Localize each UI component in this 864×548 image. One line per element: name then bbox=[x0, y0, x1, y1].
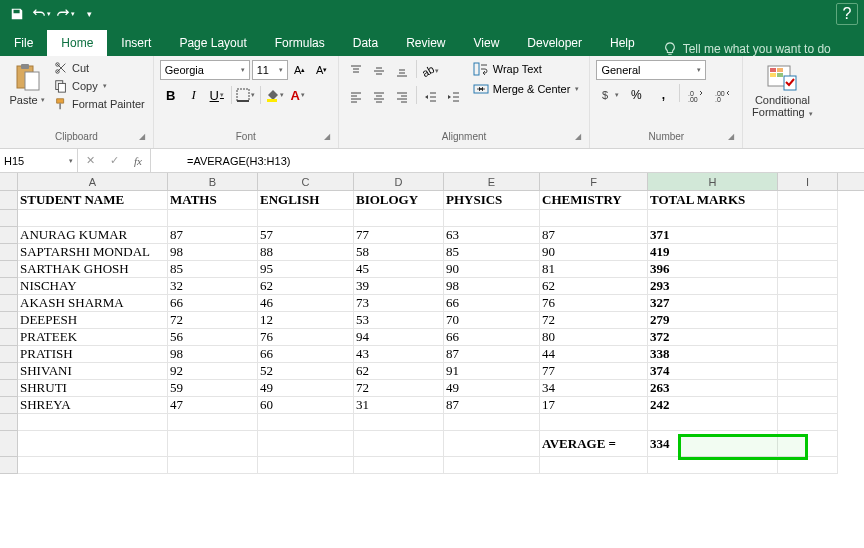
row-header[interactable] bbox=[0, 431, 18, 457]
cell[interactable] bbox=[258, 431, 354, 457]
cell[interactable]: 17 bbox=[540, 397, 648, 414]
cancel-formula-button[interactable]: ✕ bbox=[78, 154, 102, 167]
cell[interactable]: 88 bbox=[258, 244, 354, 261]
cell[interactable] bbox=[168, 431, 258, 457]
border-button[interactable]: ▾ bbox=[235, 84, 257, 106]
decrease-decimal-button[interactable]: .00.0 bbox=[710, 84, 736, 106]
cell[interactable]: 72 bbox=[540, 312, 648, 329]
cell[interactable]: SHREYA bbox=[18, 397, 168, 414]
cell[interactable]: 77 bbox=[354, 227, 444, 244]
cell[interactable]: 263 bbox=[648, 380, 778, 397]
row-header[interactable] bbox=[0, 397, 18, 414]
tab-help[interactable]: Help bbox=[596, 30, 649, 56]
cell[interactable]: 62 bbox=[258, 278, 354, 295]
cut-button[interactable]: Cut bbox=[52, 60, 147, 76]
cell[interactable]: 44 bbox=[540, 346, 648, 363]
cell[interactable]: 60 bbox=[258, 397, 354, 414]
cell[interactable]: SHIVANI bbox=[18, 363, 168, 380]
cell[interactable] bbox=[778, 431, 838, 457]
paste-button[interactable]: Paste▾ bbox=[6, 60, 48, 129]
cell[interactable]: 90 bbox=[540, 244, 648, 261]
align-left-button[interactable] bbox=[345, 86, 367, 108]
cell[interactable]: 53 bbox=[354, 312, 444, 329]
cell[interactable]: 66 bbox=[258, 346, 354, 363]
cell[interactable]: 59 bbox=[168, 380, 258, 397]
cell[interactable]: 242 bbox=[648, 397, 778, 414]
cell[interactable]: 91 bbox=[444, 363, 540, 380]
cell[interactable]: CHEMISTRY bbox=[540, 191, 648, 210]
cell[interactable] bbox=[168, 210, 258, 227]
cell[interactable]: 45 bbox=[354, 261, 444, 278]
cell[interactable]: 85 bbox=[168, 261, 258, 278]
cell[interactable]: 72 bbox=[168, 312, 258, 329]
insert-function-button[interactable]: fx bbox=[126, 155, 150, 167]
cell[interactable]: 63 bbox=[444, 227, 540, 244]
cell[interactable]: 76 bbox=[258, 329, 354, 346]
tab-formulas[interactable]: Formulas bbox=[261, 30, 339, 56]
cell[interactable]: 39 bbox=[354, 278, 444, 295]
row-header[interactable] bbox=[0, 329, 18, 346]
underline-button[interactable]: U▾ bbox=[206, 84, 228, 106]
cell[interactable] bbox=[18, 457, 168, 474]
font-size-dropdown[interactable]: 11▾ bbox=[252, 60, 288, 80]
cell[interactable] bbox=[444, 431, 540, 457]
select-all-corner[interactable] bbox=[0, 173, 18, 190]
tab-page-layout[interactable]: Page Layout bbox=[165, 30, 260, 56]
increase-font-button[interactable]: A▴ bbox=[290, 60, 310, 80]
orientation-button[interactable]: ab▾ bbox=[420, 60, 442, 82]
cell[interactable] bbox=[444, 414, 540, 431]
save-icon[interactable] bbox=[6, 3, 28, 25]
cell[interactable]: 47 bbox=[168, 397, 258, 414]
cell[interactable] bbox=[778, 397, 838, 414]
tab-view[interactable]: View bbox=[460, 30, 514, 56]
cell[interactable] bbox=[258, 457, 354, 474]
cell[interactable] bbox=[778, 261, 838, 278]
cell[interactable] bbox=[168, 414, 258, 431]
cell[interactable]: MATHS bbox=[168, 191, 258, 210]
font-color-button[interactable]: A▾ bbox=[287, 84, 309, 106]
align-right-button[interactable] bbox=[391, 86, 413, 108]
cell[interactable]: 58 bbox=[354, 244, 444, 261]
cell[interactable]: 98 bbox=[168, 346, 258, 363]
cell[interactable]: 98 bbox=[168, 244, 258, 261]
number-format-dropdown[interactable]: General▾ bbox=[596, 60, 706, 80]
col-header[interactable]: H bbox=[648, 173, 778, 190]
cell[interactable] bbox=[778, 191, 838, 210]
cell[interactable]: AVERAGE = bbox=[540, 431, 648, 457]
col-header[interactable]: I bbox=[778, 173, 838, 190]
row-header[interactable] bbox=[0, 380, 18, 397]
row-header[interactable] bbox=[0, 261, 18, 278]
merge-center-button[interactable]: Merge & Center▾ bbox=[469, 80, 584, 98]
cell[interactable]: ANURAG KUMAR bbox=[18, 227, 168, 244]
cell[interactable]: 94 bbox=[354, 329, 444, 346]
cell[interactable] bbox=[648, 210, 778, 227]
clipboard-launcher-icon[interactable]: ◢ bbox=[137, 132, 147, 142]
cell[interactable] bbox=[778, 295, 838, 312]
cell[interactable]: 87 bbox=[444, 397, 540, 414]
window-help-icon[interactable]: ? bbox=[836, 3, 858, 25]
cell[interactable]: 371 bbox=[648, 227, 778, 244]
cell[interactable]: 43 bbox=[354, 346, 444, 363]
tab-review[interactable]: Review bbox=[392, 30, 459, 56]
col-header[interactable]: D bbox=[354, 173, 444, 190]
decrease-font-button[interactable]: A▾ bbox=[312, 60, 332, 80]
cell[interactable]: 338 bbox=[648, 346, 778, 363]
cell[interactable]: 98 bbox=[444, 278, 540, 295]
col-header[interactable]: C bbox=[258, 173, 354, 190]
cell[interactable]: PRATISH bbox=[18, 346, 168, 363]
cell[interactable]: STUDENT NAME bbox=[18, 191, 168, 210]
row-header[interactable] bbox=[0, 457, 18, 474]
cell[interactable]: 66 bbox=[444, 295, 540, 312]
cell[interactable]: BIOLOGY bbox=[354, 191, 444, 210]
enter-formula-button[interactable]: ✓ bbox=[102, 154, 126, 167]
cell[interactable]: 95 bbox=[258, 261, 354, 278]
selected-cell[interactable]: 334 bbox=[648, 431, 778, 457]
cell[interactable] bbox=[778, 346, 838, 363]
cell[interactable]: NISCHAY bbox=[18, 278, 168, 295]
cell[interactable]: 87 bbox=[540, 227, 648, 244]
cell[interactable] bbox=[778, 210, 838, 227]
cell[interactable]: 85 bbox=[444, 244, 540, 261]
cell[interactable] bbox=[258, 414, 354, 431]
increase-decimal-button[interactable]: .0.00 bbox=[683, 84, 709, 106]
col-header[interactable]: E bbox=[444, 173, 540, 190]
